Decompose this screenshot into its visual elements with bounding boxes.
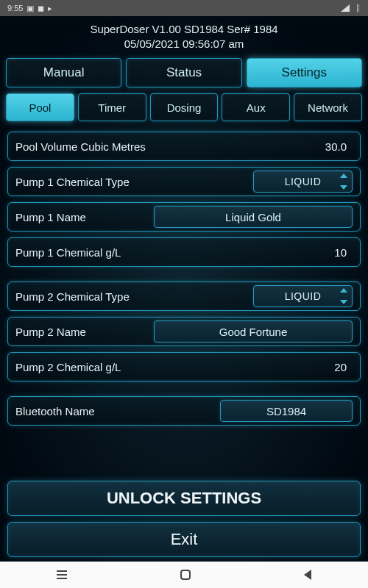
label-pool-volume: Pool Volume Cubic Metres [15, 140, 146, 153]
home-icon [180, 570, 191, 580]
stepper-arrows-icon [339, 288, 349, 304]
main-tab-bar: Manual Status Settings [6, 58, 362, 87]
status-time: 9:55 [7, 4, 23, 12]
row-bluetooth-name: Bluetooth Name SD1984 [7, 396, 361, 426]
app-body: SuperDoser V1.00 SD1984 Ser# 1984 05/05/… [0, 16, 368, 562]
bottom-buttons: UNLOCK SETTINGS Exit [4, 475, 364, 557]
subtab-dosing[interactable]: Dosing [150, 93, 219, 121]
label-pump1-type: Pump 1 Chemical Type [15, 176, 130, 188]
tab-status[interactable]: Status [126, 58, 241, 87]
input-pump2-name[interactable]: Good Fortune [154, 320, 353, 343]
nav-home-button[interactable] [180, 570, 191, 580]
android-status-bar: 9:55 ▣ ◼ ▸ ᛒ [0, 0, 368, 16]
label-bt-name: Bluetooth Name [15, 405, 95, 417]
nav-back-button[interactable] [304, 570, 311, 580]
stepper-arrows-icon [339, 173, 349, 190]
row-pump2-gpl[interactable]: Pump 2 Chemical g/L 20 [7, 352, 361, 381]
select-value: LIQUID [285, 176, 322, 187]
label-pump1-name: Pump 1 Name [15, 211, 86, 223]
label-pump2-type: Pump 2 Chemical Type [15, 290, 130, 303]
row-pump2-type: Pump 2 Chemical Type LIQUID [7, 282, 361, 311]
header-line1: SuperDoser V1.00 SD1984 Ser# 1984 [4, 22, 364, 37]
exit-button[interactable]: Exit [7, 522, 361, 557]
value-pump2-gpl: 20 [334, 361, 353, 373]
subtab-pool[interactable]: Pool [6, 93, 74, 121]
unlock-settings-button[interactable]: UNLOCK SETTINGS [7, 481, 361, 516]
row-pump1-type: Pump 1 Chemical Type LIQUID [7, 167, 361, 196]
select-pump1-type[interactable]: LIQUID [253, 171, 353, 193]
tab-manual[interactable]: Manual [6, 58, 121, 87]
nav-recents-button[interactable] [57, 570, 67, 579]
row-pump2-name: Pump 2 Name Good Fortune [7, 317, 361, 346]
tab-settings[interactable]: Settings [247, 58, 362, 87]
status-app-icon: ▸ [48, 4, 52, 13]
row-pump1-name: Pump 1 Name Liquid Gold [7, 202, 361, 232]
select-value: LIQUID [285, 290, 322, 302]
android-nav-bar [0, 562, 368, 588]
bluetooth-icon: ᛒ [355, 3, 361, 13]
label-pump2-name: Pump 2 Name [15, 326, 86, 338]
row-pump1-gpl[interactable]: Pump 1 Chemical g/L 10 [7, 237, 361, 267]
back-icon [304, 570, 311, 580]
sub-tab-bar: Pool Timer Dosing Aux Network [6, 93, 362, 121]
input-bt-name[interactable]: SD1984 [220, 400, 353, 422]
status-app-icon: ◼ [38, 4, 44, 13]
input-pump1-name[interactable]: Liquid Gold [154, 206, 353, 228]
select-pump2-type[interactable]: LIQUID [253, 285, 353, 307]
recents-icon [57, 570, 67, 579]
subtab-network[interactable]: Network [294, 93, 362, 121]
subtab-timer[interactable]: Timer [78, 93, 146, 121]
value-pump1-gpl: 10 [334, 246, 353, 259]
status-app-icon: ▣ [26, 4, 34, 13]
label-pump1-gpl: Pump 1 Chemical g/L [15, 246, 121, 259]
header-line2: 05/05/2021 09:56:07 am [4, 37, 364, 51]
value-pool-volume: 30.0 [325, 140, 353, 153]
app-header: SuperDoser V1.00 SD1984 Ser# 1984 05/05/… [4, 18, 364, 58]
signal-icon [341, 4, 350, 12]
subtab-aux[interactable]: Aux [222, 93, 290, 121]
label-pump2-gpl: Pump 2 Chemical g/L [15, 361, 121, 373]
row-pool-volume[interactable]: Pool Volume Cubic Metres 30.0 [7, 132, 361, 161]
settings-list: Pool Volume Cubic Metres 30.0 Pump 1 Che… [4, 132, 364, 426]
